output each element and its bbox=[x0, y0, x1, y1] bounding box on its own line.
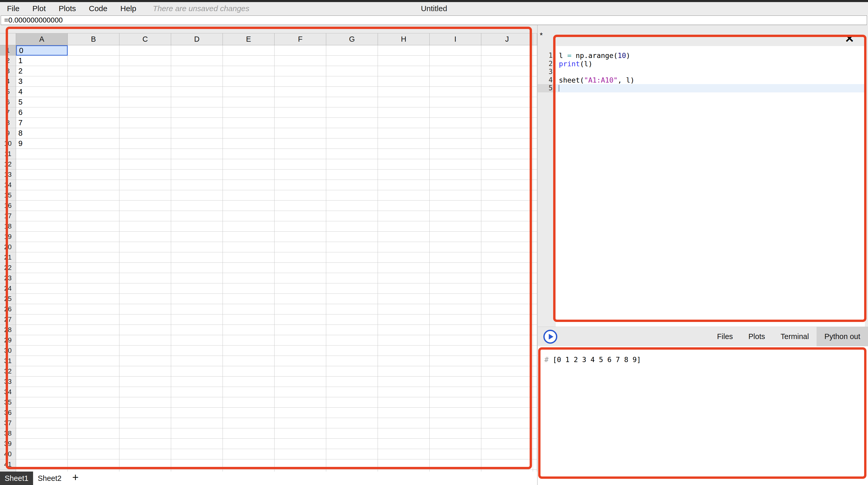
cell-B36[interactable] bbox=[68, 408, 119, 418]
code-line-3[interactable] bbox=[556, 68, 865, 76]
cell-H4[interactable] bbox=[378, 76, 430, 87]
cell-J18[interactable] bbox=[481, 221, 533, 232]
cell-A33[interactable] bbox=[16, 376, 68, 387]
column-header-J[interactable]: J bbox=[481, 33, 533, 45]
cell-B2[interactable] bbox=[68, 56, 119, 66]
cell-D11[interactable] bbox=[171, 149, 223, 159]
cell-H39[interactable] bbox=[378, 439, 430, 449]
cell-G23[interactable] bbox=[326, 273, 378, 283]
cell-E15[interactable] bbox=[223, 190, 275, 201]
cell-J10[interactable] bbox=[481, 139, 533, 149]
cell-F30[interactable] bbox=[275, 345, 326, 356]
cell-J30[interactable] bbox=[481, 345, 533, 356]
cell-F12[interactable] bbox=[275, 159, 326, 170]
cell-I30[interactable] bbox=[430, 345, 481, 356]
cell-E27[interactable] bbox=[223, 314, 275, 325]
cell-G34[interactable] bbox=[326, 387, 378, 397]
cell-J35[interactable] bbox=[481, 397, 533, 408]
cell-F16[interactable] bbox=[275, 201, 326, 211]
cell-B18[interactable] bbox=[68, 221, 119, 232]
cell-C2[interactable] bbox=[119, 56, 171, 66]
cell-F38[interactable] bbox=[275, 428, 326, 439]
cell-C14[interactable] bbox=[119, 180, 171, 190]
cell-F1[interactable] bbox=[275, 45, 326, 56]
cell-B38[interactable] bbox=[68, 428, 119, 439]
cell-G28[interactable] bbox=[326, 325, 378, 335]
cell-H28[interactable] bbox=[378, 325, 430, 335]
cell-G5[interactable] bbox=[326, 87, 378, 97]
cell-H1[interactable] bbox=[378, 45, 430, 56]
cell-H2[interactable] bbox=[378, 56, 430, 66]
cell-B21[interactable] bbox=[68, 252, 119, 263]
cell-G20[interactable] bbox=[326, 242, 378, 252]
cell-G8[interactable] bbox=[326, 118, 378, 128]
cell-A35[interactable] bbox=[16, 397, 68, 408]
row-header-13[interactable]: 13 bbox=[0, 170, 16, 180]
cell-A9[interactable]: 8 bbox=[16, 128, 68, 139]
cell-J16[interactable] bbox=[481, 201, 533, 211]
cell-G35[interactable] bbox=[326, 397, 378, 408]
cell-A39[interactable] bbox=[16, 439, 68, 449]
cell-D6[interactable] bbox=[171, 97, 223, 107]
cell-J36[interactable] bbox=[481, 408, 533, 418]
cell-A5[interactable]: 4 bbox=[16, 87, 68, 97]
cell-C26[interactable] bbox=[119, 304, 171, 314]
cell-I16[interactable] bbox=[430, 201, 481, 211]
cell-E4[interactable] bbox=[223, 76, 275, 87]
cell-A30[interactable] bbox=[16, 345, 68, 356]
cell-H15[interactable] bbox=[378, 190, 430, 201]
row-header-36[interactable]: 36 bbox=[0, 408, 16, 418]
row-header-31[interactable]: 31 bbox=[0, 356, 16, 366]
cell-G42[interactable] bbox=[326, 470, 378, 472]
cell-D22[interactable] bbox=[171, 263, 223, 273]
cell-I29[interactable] bbox=[430, 335, 481, 345]
cell-F36[interactable] bbox=[275, 408, 326, 418]
cell-G21[interactable] bbox=[326, 252, 378, 263]
cell-D3[interactable] bbox=[171, 66, 223, 76]
cell-E42[interactable] bbox=[223, 470, 275, 472]
cell-I23[interactable] bbox=[430, 273, 481, 283]
cell-C41[interactable] bbox=[119, 459, 171, 470]
cell-D1[interactable] bbox=[171, 45, 223, 56]
cell-D37[interactable] bbox=[171, 418, 223, 428]
cell-F5[interactable] bbox=[275, 87, 326, 97]
cell-G32[interactable] bbox=[326, 366, 378, 376]
cell-H7[interactable] bbox=[378, 107, 430, 118]
cell-A17[interactable] bbox=[16, 211, 68, 221]
cell-I11[interactable] bbox=[430, 149, 481, 159]
cell-J20[interactable] bbox=[481, 242, 533, 252]
row-header-38[interactable]: 38 bbox=[0, 428, 16, 439]
cell-I25[interactable] bbox=[430, 294, 481, 304]
cell-D17[interactable] bbox=[171, 211, 223, 221]
cell-B39[interactable] bbox=[68, 439, 119, 449]
cell-C17[interactable] bbox=[119, 211, 171, 221]
tab-files[interactable]: Files bbox=[709, 327, 741, 346]
cell-E2[interactable] bbox=[223, 56, 275, 66]
cell-C29[interactable] bbox=[119, 335, 171, 345]
cell-E26[interactable] bbox=[223, 304, 275, 314]
cell-H17[interactable] bbox=[378, 211, 430, 221]
cell-H34[interactable] bbox=[378, 387, 430, 397]
cell-D34[interactable] bbox=[171, 387, 223, 397]
cell-H12[interactable] bbox=[378, 159, 430, 170]
cell-I35[interactable] bbox=[430, 397, 481, 408]
cell-G40[interactable] bbox=[326, 449, 378, 459]
cell-I38[interactable] bbox=[430, 428, 481, 439]
cell-C27[interactable] bbox=[119, 314, 171, 325]
row-header-7[interactable]: 7 bbox=[0, 107, 16, 118]
cell-H16[interactable] bbox=[378, 201, 430, 211]
cell-B33[interactable] bbox=[68, 376, 119, 387]
row-header-26[interactable]: 26 bbox=[0, 304, 16, 314]
cell-D24[interactable] bbox=[171, 283, 223, 294]
cell-H37[interactable] bbox=[378, 418, 430, 428]
cell-D25[interactable] bbox=[171, 294, 223, 304]
row-header-27[interactable]: 27 bbox=[0, 314, 16, 325]
cell-B17[interactable] bbox=[68, 211, 119, 221]
cell-B32[interactable] bbox=[68, 366, 119, 376]
row-header-34[interactable]: 34 bbox=[0, 387, 16, 397]
cell-G38[interactable] bbox=[326, 428, 378, 439]
cell-I32[interactable] bbox=[430, 366, 481, 376]
cell-J7[interactable] bbox=[481, 107, 533, 118]
cell-B28[interactable] bbox=[68, 325, 119, 335]
cell-B1[interactable] bbox=[68, 45, 119, 56]
